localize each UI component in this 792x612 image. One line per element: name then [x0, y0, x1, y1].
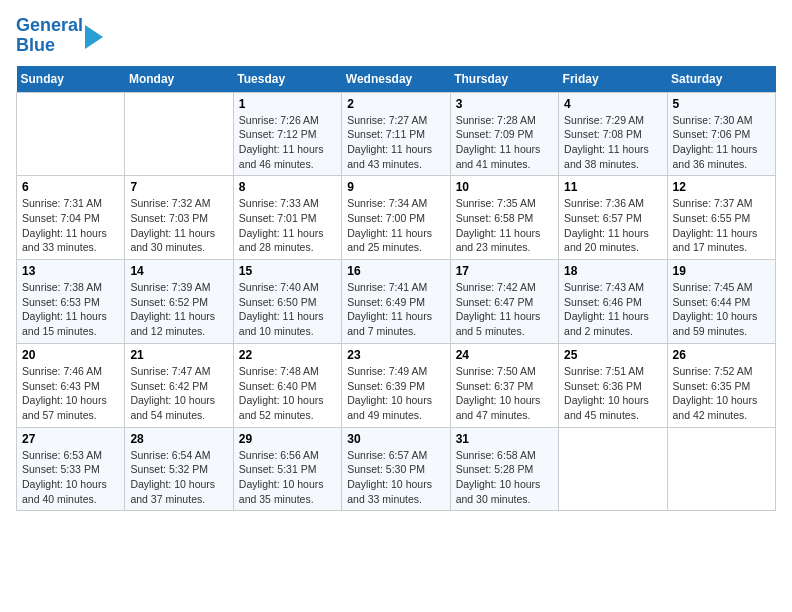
weekday-header-tuesday: Tuesday	[233, 66, 341, 93]
day-number: 26	[673, 348, 770, 362]
day-number: 15	[239, 264, 336, 278]
calendar-cell	[667, 427, 775, 511]
day-number: 7	[130, 180, 227, 194]
day-number: 23	[347, 348, 444, 362]
day-number: 12	[673, 180, 770, 194]
day-info: Sunrise: 6:57 AM Sunset: 5:30 PM Dayligh…	[347, 448, 444, 507]
weekday-header-row: SundayMondayTuesdayWednesdayThursdayFrid…	[17, 66, 776, 93]
day-number: 10	[456, 180, 553, 194]
calendar-cell: 18Sunrise: 7:43 AM Sunset: 6:46 PM Dayli…	[559, 260, 667, 344]
day-info: Sunrise: 7:29 AM Sunset: 7:08 PM Dayligh…	[564, 113, 661, 172]
calendar-cell: 13Sunrise: 7:38 AM Sunset: 6:53 PM Dayli…	[17, 260, 125, 344]
day-info: Sunrise: 7:39 AM Sunset: 6:52 PM Dayligh…	[130, 280, 227, 339]
day-info: Sunrise: 6:53 AM Sunset: 5:33 PM Dayligh…	[22, 448, 119, 507]
day-info: Sunrise: 7:51 AM Sunset: 6:36 PM Dayligh…	[564, 364, 661, 423]
calendar-week-row: 6Sunrise: 7:31 AM Sunset: 7:04 PM Daylig…	[17, 176, 776, 260]
day-number: 6	[22, 180, 119, 194]
calendar-cell: 27Sunrise: 6:53 AM Sunset: 5:33 PM Dayli…	[17, 427, 125, 511]
day-info: Sunrise: 7:35 AM Sunset: 6:58 PM Dayligh…	[456, 196, 553, 255]
day-info: Sunrise: 6:58 AM Sunset: 5:28 PM Dayligh…	[456, 448, 553, 507]
logo-arrow-icon	[85, 25, 103, 49]
calendar-week-row: 27Sunrise: 6:53 AM Sunset: 5:33 PM Dayli…	[17, 427, 776, 511]
day-number: 4	[564, 97, 661, 111]
calendar-cell: 6Sunrise: 7:31 AM Sunset: 7:04 PM Daylig…	[17, 176, 125, 260]
calendar-cell: 26Sunrise: 7:52 AM Sunset: 6:35 PM Dayli…	[667, 343, 775, 427]
calendar-cell: 14Sunrise: 7:39 AM Sunset: 6:52 PM Dayli…	[125, 260, 233, 344]
day-number: 24	[456, 348, 553, 362]
weekday-header-wednesday: Wednesday	[342, 66, 450, 93]
calendar-cell: 29Sunrise: 6:56 AM Sunset: 5:31 PM Dayli…	[233, 427, 341, 511]
calendar-cell	[559, 427, 667, 511]
calendar-cell: 12Sunrise: 7:37 AM Sunset: 6:55 PM Dayli…	[667, 176, 775, 260]
calendar-week-row: 1Sunrise: 7:26 AM Sunset: 7:12 PM Daylig…	[17, 92, 776, 176]
calendar-cell	[17, 92, 125, 176]
day-info: Sunrise: 7:33 AM Sunset: 7:01 PM Dayligh…	[239, 196, 336, 255]
day-number: 9	[347, 180, 444, 194]
day-number: 22	[239, 348, 336, 362]
calendar-cell: 22Sunrise: 7:48 AM Sunset: 6:40 PM Dayli…	[233, 343, 341, 427]
day-number: 3	[456, 97, 553, 111]
day-info: Sunrise: 7:26 AM Sunset: 7:12 PM Dayligh…	[239, 113, 336, 172]
day-info: Sunrise: 7:40 AM Sunset: 6:50 PM Dayligh…	[239, 280, 336, 339]
day-info: Sunrise: 7:48 AM Sunset: 6:40 PM Dayligh…	[239, 364, 336, 423]
day-info: Sunrise: 7:32 AM Sunset: 7:03 PM Dayligh…	[130, 196, 227, 255]
day-info: Sunrise: 7:42 AM Sunset: 6:47 PM Dayligh…	[456, 280, 553, 339]
day-info: Sunrise: 7:47 AM Sunset: 6:42 PM Dayligh…	[130, 364, 227, 423]
calendar-cell: 8Sunrise: 7:33 AM Sunset: 7:01 PM Daylig…	[233, 176, 341, 260]
day-number: 29	[239, 432, 336, 446]
day-info: Sunrise: 7:27 AM Sunset: 7:11 PM Dayligh…	[347, 113, 444, 172]
calendar-cell: 20Sunrise: 7:46 AM Sunset: 6:43 PM Dayli…	[17, 343, 125, 427]
day-info: Sunrise: 7:41 AM Sunset: 6:49 PM Dayligh…	[347, 280, 444, 339]
logo: General Blue	[16, 16, 103, 56]
day-number: 1	[239, 97, 336, 111]
calendar-cell: 15Sunrise: 7:40 AM Sunset: 6:50 PM Dayli…	[233, 260, 341, 344]
day-info: Sunrise: 7:45 AM Sunset: 6:44 PM Dayligh…	[673, 280, 770, 339]
day-number: 28	[130, 432, 227, 446]
day-info: Sunrise: 7:52 AM Sunset: 6:35 PM Dayligh…	[673, 364, 770, 423]
weekday-header-monday: Monday	[125, 66, 233, 93]
day-number: 19	[673, 264, 770, 278]
day-number: 17	[456, 264, 553, 278]
calendar-cell: 2Sunrise: 7:27 AM Sunset: 7:11 PM Daylig…	[342, 92, 450, 176]
calendar-cell: 4Sunrise: 7:29 AM Sunset: 7:08 PM Daylig…	[559, 92, 667, 176]
day-number: 8	[239, 180, 336, 194]
calendar-cell: 5Sunrise: 7:30 AM Sunset: 7:06 PM Daylig…	[667, 92, 775, 176]
logo-text: General	[16, 16, 83, 36]
calendar-cell: 23Sunrise: 7:49 AM Sunset: 6:39 PM Dayli…	[342, 343, 450, 427]
day-info: Sunrise: 7:38 AM Sunset: 6:53 PM Dayligh…	[22, 280, 119, 339]
calendar-table: SundayMondayTuesdayWednesdayThursdayFrid…	[16, 66, 776, 512]
calendar-cell: 24Sunrise: 7:50 AM Sunset: 6:37 PM Dayli…	[450, 343, 558, 427]
calendar-cell: 7Sunrise: 7:32 AM Sunset: 7:03 PM Daylig…	[125, 176, 233, 260]
day-number: 5	[673, 97, 770, 111]
day-info: Sunrise: 7:34 AM Sunset: 7:00 PM Dayligh…	[347, 196, 444, 255]
calendar-cell: 10Sunrise: 7:35 AM Sunset: 6:58 PM Dayli…	[450, 176, 558, 260]
calendar-cell: 21Sunrise: 7:47 AM Sunset: 6:42 PM Dayli…	[125, 343, 233, 427]
day-info: Sunrise: 6:54 AM Sunset: 5:32 PM Dayligh…	[130, 448, 227, 507]
logo-text2: Blue	[16, 36, 83, 56]
day-number: 11	[564, 180, 661, 194]
day-info: Sunrise: 7:43 AM Sunset: 6:46 PM Dayligh…	[564, 280, 661, 339]
day-number: 20	[22, 348, 119, 362]
day-info: Sunrise: 7:46 AM Sunset: 6:43 PM Dayligh…	[22, 364, 119, 423]
day-number: 25	[564, 348, 661, 362]
day-number: 18	[564, 264, 661, 278]
day-number: 21	[130, 348, 227, 362]
calendar-cell: 25Sunrise: 7:51 AM Sunset: 6:36 PM Dayli…	[559, 343, 667, 427]
day-info: Sunrise: 6:56 AM Sunset: 5:31 PM Dayligh…	[239, 448, 336, 507]
day-info: Sunrise: 7:28 AM Sunset: 7:09 PM Dayligh…	[456, 113, 553, 172]
calendar-cell: 19Sunrise: 7:45 AM Sunset: 6:44 PM Dayli…	[667, 260, 775, 344]
calendar-cell: 16Sunrise: 7:41 AM Sunset: 6:49 PM Dayli…	[342, 260, 450, 344]
calendar-cell: 9Sunrise: 7:34 AM Sunset: 7:00 PM Daylig…	[342, 176, 450, 260]
day-info: Sunrise: 7:36 AM Sunset: 6:57 PM Dayligh…	[564, 196, 661, 255]
calendar-cell: 28Sunrise: 6:54 AM Sunset: 5:32 PM Dayli…	[125, 427, 233, 511]
calendar-cell: 1Sunrise: 7:26 AM Sunset: 7:12 PM Daylig…	[233, 92, 341, 176]
calendar-cell: 31Sunrise: 6:58 AM Sunset: 5:28 PM Dayli…	[450, 427, 558, 511]
day-number: 31	[456, 432, 553, 446]
day-info: Sunrise: 7:30 AM Sunset: 7:06 PM Dayligh…	[673, 113, 770, 172]
calendar-cell: 11Sunrise: 7:36 AM Sunset: 6:57 PM Dayli…	[559, 176, 667, 260]
page-header: General Blue	[16, 16, 776, 56]
weekday-header-sunday: Sunday	[17, 66, 125, 93]
day-info: Sunrise: 7:49 AM Sunset: 6:39 PM Dayligh…	[347, 364, 444, 423]
day-number: 27	[22, 432, 119, 446]
day-info: Sunrise: 7:37 AM Sunset: 6:55 PM Dayligh…	[673, 196, 770, 255]
